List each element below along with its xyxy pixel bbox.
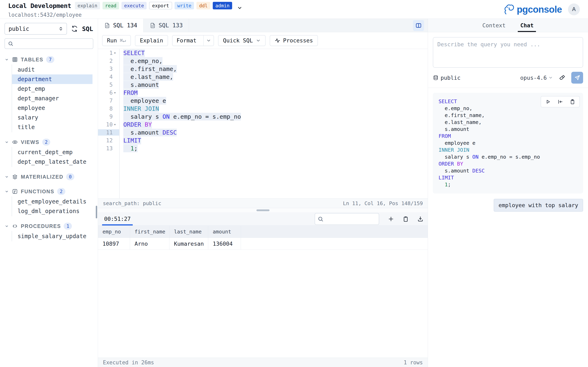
processes-button[interactable]: Processes <box>270 35 318 46</box>
editor-line-7[interactable]: 7 employee e <box>98 97 428 105</box>
chevron-down-icon <box>4 175 9 179</box>
run-sql-icon[interactable] <box>545 99 551 105</box>
section-header-tables[interactable]: TABLES7 <box>0 55 98 64</box>
tree-item-title[interactable]: title <box>12 122 93 132</box>
editor-line-6[interactable]: 6▾FROM <box>98 89 428 97</box>
insert-into-editor-icon[interactable] <box>557 99 563 105</box>
section-count-badge: 1 <box>64 223 72 230</box>
tree-item-get_employee_details[interactable]: get_employee_details <box>12 197 93 206</box>
tab-sql-133[interactable]: SQL 133 <box>144 19 189 32</box>
layers-icon <box>12 174 18 180</box>
tree-item-current_dept_emp[interactable]: current_dept_emp <box>12 147 93 157</box>
results-search-input[interactable] <box>315 213 379 225</box>
editor-line-3[interactable]: 3 e.first_name, <box>98 65 428 73</box>
editor-line-10[interactable]: 10▾ORDER BY <box>98 120 428 128</box>
section-header-procedures[interactable]: PROCEDURES1 <box>0 221 98 231</box>
tree-item-department[interactable]: department <box>12 75 93 84</box>
tab-sql-134[interactable]: SQL 134 <box>98 19 144 32</box>
editor-statusbar: search_path: public Ln 11, Col 16, Pos 1… <box>98 198 428 208</box>
results-splitter[interactable] <box>98 208 428 212</box>
section-label: MATERIALIZED <box>21 174 63 180</box>
editor-line-12[interactable]: 12LIMIT <box>98 136 428 144</box>
format-button[interactable]: Format <box>172 35 214 46</box>
section-header-materialized[interactable]: MATERIALIZED0 <box>0 172 98 182</box>
elephant-logo-icon <box>504 4 515 15</box>
column-header-amount[interactable]: amount <box>208 226 241 238</box>
tab-context[interactable]: Context <box>481 19 507 32</box>
tab-label: SQL 133 <box>159 22 183 29</box>
tree-item-log_dml_operations[interactable]: log_dml_operations <box>12 206 93 216</box>
sidebar-scrollbar-thumb[interactable] <box>96 206 97 218</box>
app-window: Local Development explainreadexecuteexpo… <box>0 0 588 367</box>
sql-mode-label[interactable]: SQL <box>82 25 93 33</box>
tree-item-dept_emp_latest_date[interactable]: dept_emp_latest_date <box>12 157 93 167</box>
tab-chat[interactable]: Chat <box>519 19 535 32</box>
column-header-last_name[interactable]: last_name <box>169 226 208 238</box>
eye-icon <box>12 139 18 145</box>
connection-url: localhost:5432/employee <box>8 12 242 18</box>
select-updown-icon <box>58 26 64 32</box>
connection-chevron-down-icon[interactable] <box>237 5 242 11</box>
chat-schema-chip[interactable]: public <box>433 75 461 81</box>
add-result-tab-icon[interactable] <box>388 216 394 222</box>
editor-line-5[interactable]: 5 s.amount <box>98 81 428 89</box>
badge-read: read <box>103 2 119 9</box>
chat-sql-line-10: ORDER BY <box>439 160 577 167</box>
download-results-icon[interactable] <box>417 216 424 222</box>
editor-line-13[interactable]: 13 1; <box>98 144 428 152</box>
tree-item-dept_emp[interactable]: dept_emp <box>12 84 93 94</box>
clear-chat-icon[interactable] <box>559 75 566 81</box>
schema-select[interactable]: public <box>4 23 67 35</box>
table-row[interactable]: 10897ArnoKumaresan136004 <box>98 238 428 250</box>
chat-sql-line-4: e.last_name, <box>439 119 577 126</box>
editor-line-4[interactable]: 4 e.last_name, <box>98 73 428 81</box>
editor-line-2[interactable]: 2 e.emp_no, <box>98 57 428 65</box>
model-select[interactable]: opus-4.6 <box>520 75 553 81</box>
sql-editor[interactable]: 1▾SELECT2 e.emp_no,3 e.first_name,4 e.la… <box>98 49 428 198</box>
column-header-emp_no[interactable]: emp_no <box>98 226 130 238</box>
run-label: Run <box>107 37 117 44</box>
drag-handle[interactable] <box>256 209 269 211</box>
sidebar-search-input[interactable] <box>4 38 93 49</box>
section-label: PROCEDURES <box>21 223 61 229</box>
tree-item-simple_salary_update[interactable]: simple_salary_update <box>12 231 93 241</box>
cell-first_name: Arno <box>130 238 169 250</box>
connection-info: Local Development explainreadexecuteexpo… <box>8 0 242 18</box>
brand-logo: pgconsole <box>504 4 562 15</box>
editor-line-1[interactable]: 1▾SELECT <box>98 49 428 57</box>
tree-item-audit[interactable]: audit <box>12 65 93 75</box>
column-header-first_name[interactable]: first_name <box>130 226 169 238</box>
refresh-icon[interactable] <box>71 25 78 32</box>
section-header-functions[interactable]: FUNCTIONS2 <box>0 187 98 196</box>
results-toolbar: 00:51:27 <box>98 212 428 226</box>
model-chevron-down-icon <box>548 75 553 80</box>
editor-line-8[interactable]: 8INNER JOIN <box>98 105 428 113</box>
tree-item-dept_manager[interactable]: dept_manager <box>12 94 93 103</box>
explain-button[interactable]: Explain <box>135 35 168 46</box>
editor-toolbar: Run ⌘↵ Explain Format Quick SQL <box>98 32 428 49</box>
editor-line-9[interactable]: 9 salary s ON e.emp_no = s.emp_no <box>98 113 428 120</box>
chat-input-section: public opus-4.6 <box>428 32 588 88</box>
copy-results-icon[interactable] <box>402 216 409 222</box>
format-chevron-down-icon[interactable] <box>203 35 214 46</box>
quick-sql-button[interactable]: Quick SQL <box>218 35 265 46</box>
result-tab-timestamp[interactable]: 00:51:27 <box>102 212 133 225</box>
chat-sql-line-11: s.amount DESC <box>439 167 577 174</box>
section-label: TABLES <box>21 57 43 63</box>
chat-prompt-input[interactable] <box>433 37 583 68</box>
cell-emp_no: 10897 <box>98 238 130 250</box>
assistant-sql-message: SELECT e.emp_no, e.first_name, e.last_na… <box>433 93 583 193</box>
run-button[interactable]: Run ⌘↵ <box>102 35 131 46</box>
tree-section-views: VIEWS2current_dept_empdept_emp_latest_da… <box>0 137 98 167</box>
chat-sql-line-5: s.amount <box>439 126 577 133</box>
tree-item-employee[interactable]: employee <box>12 103 93 113</box>
section-header-views[interactable]: VIEWS2 <box>0 137 98 147</box>
tree-item-salary[interactable]: salary <box>12 113 93 122</box>
avatar[interactable]: A <box>568 3 580 15</box>
copy-sql-icon[interactable] <box>570 99 575 105</box>
editor-line-11[interactable]: 11 s.amount DESC <box>98 128 428 136</box>
badge-export: export <box>149 2 172 9</box>
results-table: emp_nofirst_namelast_nameamount 10897Arn… <box>98 226 428 250</box>
send-button[interactable] <box>571 72 583 83</box>
split-pane-icon[interactable] <box>413 20 424 31</box>
